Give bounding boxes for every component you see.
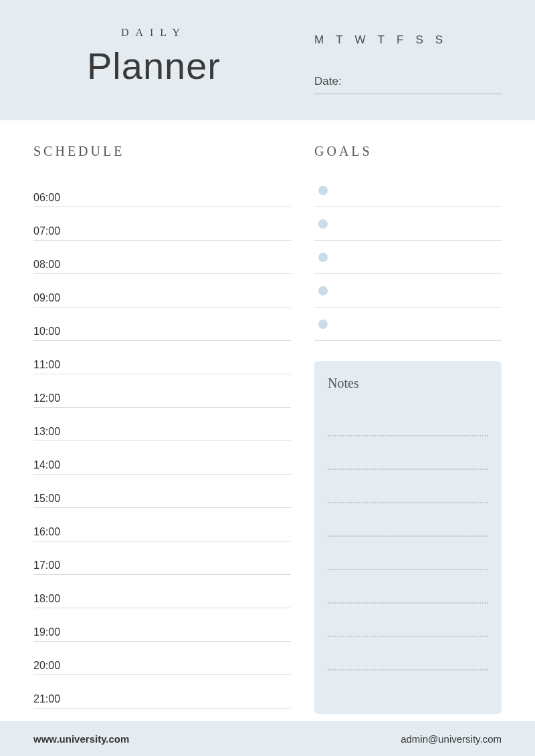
note-input[interactable] — [328, 436, 488, 469]
schedule-row: 14:00 — [33, 441, 291, 475]
note-input[interactable] — [328, 403, 488, 435]
schedule-column: SCHEDULE 06:0007:0008:0009:0010:0011:001… — [33, 144, 291, 714]
schedule-time: 21:00 — [33, 693, 74, 705]
weekday-selector: M T W T F S S — [314, 33, 502, 47]
schedule-input[interactable] — [74, 627, 291, 638]
schedule-row: 09:00 — [33, 274, 291, 307]
date-input[interactable] — [348, 76, 502, 88]
bullet-icon — [318, 186, 328, 195]
schedule-time: 17:00 — [33, 559, 74, 572]
note-line — [328, 570, 488, 604]
note-input[interactable] — [328, 537, 488, 569]
note-input[interactable] — [328, 637, 488, 669]
schedule-row: 21:00 — [33, 675, 291, 709]
weekday-mon[interactable]: M — [314, 33, 324, 47]
notes-title: Notes — [328, 376, 488, 391]
header-subtitle: DAILY — [33, 27, 274, 39]
weekday-sat[interactable]: S — [415, 33, 423, 47]
schedule-row: 11:00 — [33, 341, 291, 374]
goal-input[interactable] — [337, 218, 502, 229]
schedule-input[interactable] — [74, 426, 291, 438]
schedule-input[interactable] — [74, 226, 291, 237]
schedule-list: 06:0007:0008:0009:0010:0011:0012:0013:00… — [33, 174, 291, 709]
note-line — [328, 637, 488, 670]
schedule-input[interactable] — [74, 527, 291, 538]
goal-row — [314, 274, 502, 307]
schedule-time: 08:00 — [33, 259, 74, 271]
footer-email: admin@university.com — [401, 733, 502, 745]
note-line — [328, 436, 488, 470]
schedule-input[interactable] — [74, 694, 291, 705]
schedule-row: 07:00 — [33, 207, 291, 241]
schedule-input[interactable] — [74, 193, 291, 204]
schedule-input[interactable] — [74, 560, 291, 572]
header: DAILY Planner M T W T F S S Date: — [0, 0, 535, 120]
date-row: Date: — [314, 75, 502, 94]
schedule-time: 14:00 — [33, 459, 74, 471]
note-input[interactable] — [328, 604, 488, 636]
schedule-time: 10:00 — [33, 326, 74, 338]
schedule-time: 18:00 — [33, 593, 74, 605]
schedule-title: SCHEDULE — [33, 144, 291, 159]
note-line — [328, 403, 488, 436]
schedule-input[interactable] — [74, 259, 291, 271]
bullet-icon — [318, 219, 328, 229]
goals-title: GOALS — [314, 144, 502, 159]
goal-input[interactable] — [337, 285, 502, 296]
goal-row — [314, 241, 502, 274]
schedule-time: 20:00 — [33, 660, 74, 672]
schedule-time: 19:00 — [33, 626, 74, 638]
date-label: Date: — [314, 75, 342, 88]
note-line — [328, 470, 488, 503]
right-column: GOALS Notes — [314, 144, 502, 714]
schedule-input[interactable] — [74, 393, 291, 404]
schedule-input[interactable] — [74, 594, 291, 605]
schedule-row: 10:00 — [33, 307, 291, 341]
goal-input[interactable] — [337, 184, 502, 196]
goal-row — [314, 174, 502, 207]
schedule-row: 16:00 — [33, 508, 291, 541]
schedule-time: 15:00 — [33, 493, 74, 505]
schedule-row: 15:00 — [33, 475, 291, 508]
header-title-block: DAILY Planner — [33, 27, 314, 100]
weekday-wed[interactable]: W — [355, 33, 366, 47]
schedule-input[interactable] — [74, 660, 291, 672]
goal-input[interactable] — [337, 251, 502, 263]
bullet-icon — [318, 286, 328, 295]
schedule-row: 17:00 — [33, 541, 291, 575]
body: SCHEDULE 06:0007:0008:0009:0010:0011:001… — [0, 120, 535, 727]
schedule-row: 06:00 — [33, 174, 291, 207]
bullet-icon — [318, 320, 328, 329]
header-right: M T W T F S S Date: — [314, 27, 502, 100]
goal-row — [314, 207, 502, 241]
bullet-icon — [318, 253, 328, 262]
schedule-input[interactable] — [74, 460, 291, 471]
header-title: Planner — [33, 44, 274, 88]
schedule-time: 11:00 — [33, 359, 74, 371]
schedule-input[interactable] — [74, 293, 291, 304]
schedule-time: 12:00 — [33, 392, 74, 404]
footer-website: www.university.com — [33, 733, 129, 745]
note-input[interactable] — [328, 470, 488, 502]
schedule-row: 12:00 — [33, 374, 291, 408]
schedule-input[interactable] — [74, 360, 291, 371]
note-input[interactable] — [328, 503, 488, 535]
notes-box: Notes — [314, 361, 502, 714]
schedule-row: 18:00 — [33, 575, 291, 608]
weekday-thu[interactable]: T — [378, 33, 385, 47]
schedule-row: 08:00 — [33, 241, 291, 274]
note-line — [328, 503, 488, 537]
schedule-time: 07:00 — [33, 225, 74, 237]
weekday-sun[interactable]: S — [435, 33, 443, 47]
schedule-row: 19:00 — [33, 608, 291, 642]
schedule-input[interactable] — [74, 326, 291, 338]
weekday-tue[interactable]: T — [336, 33, 342, 47]
goal-row — [314, 307, 502, 341]
schedule-row: 20:00 — [33, 642, 291, 675]
note-input[interactable] — [328, 570, 488, 602]
goal-input[interactable] — [337, 318, 502, 330]
goals-list — [314, 174, 502, 341]
schedule-input[interactable] — [74, 493, 291, 505]
schedule-time: 06:00 — [33, 192, 74, 204]
weekday-fri[interactable]: F — [397, 33, 403, 47]
